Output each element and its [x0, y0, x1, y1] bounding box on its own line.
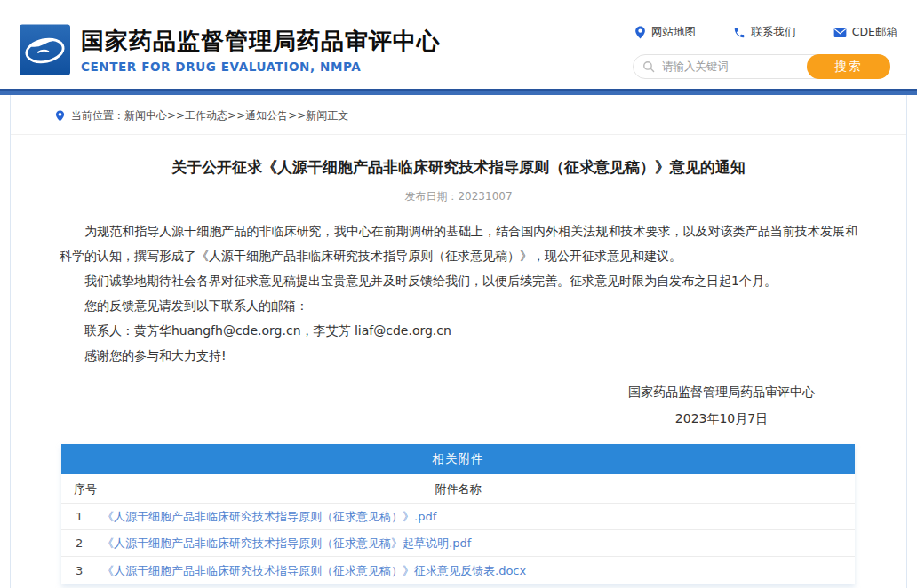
table-row: 3 《人源干细胞产品非临床研究技术指导原则（征求意见稿）》征求意见反馈表.doc…	[61, 557, 855, 584]
search-bar: 搜索	[633, 54, 890, 79]
article-body: 为规范和指导人源干细胞产品的非临床研究，我中心在前期调研的基础上，结合国内外相关…	[60, 219, 857, 368]
breadcrumb-label: 当前位置：新闻中心>>工作动态>>通知公告>>新闻正文	[71, 108, 348, 123]
breadcrumb: 当前位置：新闻中心>>工作动态>>通知公告>>新闻正文	[11, 95, 906, 135]
attachments-header: 相关附件	[61, 444, 855, 474]
article-title: 关于公开征求《人源干细胞产品非临床研究技术指导原则（征求意见稿）》意见的通知	[60, 156, 857, 178]
contact-link[interactable]: 联系我们	[733, 25, 795, 40]
attachments-table: 相关附件 序号 附件名称 1 《人源干细胞产品非临床研究技术指导原则（征求意见稿…	[61, 444, 855, 584]
phone-icon	[733, 27, 746, 39]
envelope-icon	[833, 28, 847, 38]
location-pin-icon	[634, 26, 646, 39]
attachment-link[interactable]: 《人源干细胞产品非临床研究技术指导原则（征求意见稿》起草说明.pdf	[102, 536, 471, 552]
paragraph: 联系人：黄芳华huangfh@cde.org.cn，李艾芳 liaf@cde.o…	[60, 318, 857, 343]
attachment-link[interactable]: 《人源干细胞产品非临床研究技术指导原则（征求意见稿）》.pdf	[102, 509, 436, 525]
mailbox-label: CDE邮箱	[852, 25, 897, 40]
site-header: 国家药品监督管理局药品审评中心 CENTER FOR DRUG EVALUATI…	[0, 0, 917, 89]
content-container: 当前位置：新闻中心>>工作动态>>通知公告>>新闻正文 关于公开征求《人源干细胞…	[10, 95, 907, 588]
table-row: 2 《人源干细胞产品非临床研究技术指导原则（征求意见稿》起草说明.pdf	[61, 530, 855, 557]
signature-date: 2023年10月7日	[628, 405, 815, 432]
sitemap-link[interactable]: 网站地图	[634, 25, 696, 40]
signature-org: 国家药品监督管理局药品审评中心	[628, 378, 815, 405]
sitemap-label: 网站地图	[651, 25, 696, 40]
paragraph: 您的反馈意见请发到以下联系人的邮箱：	[60, 293, 857, 318]
contact-label: 联系我们	[751, 25, 795, 40]
table-row: 1 《人源干细胞产品非临床研究技术指导原则（征求意见稿）》.pdf	[61, 504, 855, 530]
brand: 国家药品监督管理局药品审评中心 CENTER FOR DRUG EVALUATI…	[20, 24, 441, 75]
paragraph: 我们诚挚地期待社会各界对征求意见稿提出宝贵意见并及时反馈给我们，以便后续完善。征…	[60, 268, 857, 293]
search-button[interactable]: 搜索	[807, 54, 890, 79]
signature-block: 国家药品监督管理局药品审评中心 2023年10月7日	[60, 378, 857, 432]
site-subtitle: CENTER FOR DRUG EVALUATION, NMPA	[81, 60, 441, 74]
row-number: 3	[76, 564, 102, 577]
cde-logo-icon	[20, 24, 70, 75]
paragraph: 为规范和指导人源干细胞产品的非临床研究，我中心在前期调研的基础上，结合国内外相关…	[60, 219, 857, 268]
top-links: 网站地图 联系我们 CDE邮箱	[633, 25, 899, 40]
breadcrumb-pin-icon	[55, 110, 65, 122]
site-title: 国家药品监督管理局药品审评中心	[81, 26, 441, 56]
search-icon	[642, 60, 655, 73]
row-number: 1	[76, 510, 102, 523]
row-number: 2	[76, 536, 102, 550]
paragraph: 感谢您的参与和大力支持!	[60, 343, 857, 368]
publish-date: 发布日期：20231007	[60, 189, 857, 204]
attachments-column-headers: 序号 附件名称	[61, 474, 855, 504]
header-divider-bar	[0, 89, 917, 95]
attachment-link[interactable]: 《人源干细胞产品非临床研究技术指导原则（征求意见稿）》征求意见反馈表.docx	[102, 563, 526, 579]
mailbox-link[interactable]: CDE邮箱	[833, 25, 897, 40]
article: 关于公开征求《人源干细胞产品非临床研究技术指导原则（征求意见稿）》意见的通知 发…	[11, 156, 906, 432]
column-name: 附件名称	[61, 481, 855, 497]
